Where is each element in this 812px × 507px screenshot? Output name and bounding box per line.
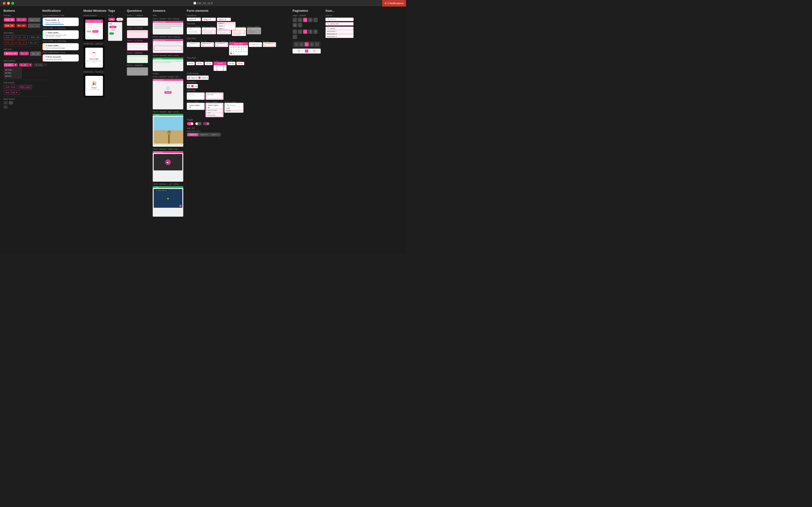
time-picker-hour-selected[interactable]: 12 — [214, 65, 220, 67]
page2-2[interactable]: 2 — [303, 30, 307, 34]
time-error-input[interactable]: 00:00 — [236, 62, 244, 65]
page2-next[interactable]: › — [293, 35, 297, 39]
cal-d-16[interactable]: 16 — [233, 53, 235, 54]
pt-3[interactable]: 3 — [310, 42, 314, 47]
search-result-1[interactable]: Apple — [225, 107, 243, 109]
time-picker-min-1[interactable]: 45 — [220, 67, 226, 69]
button-secondary-dark-dis[interactable]: Bu...ed — [28, 41, 39, 45]
button-primary-dark-disabled[interactable]: Butt...led — [28, 24, 41, 29]
image-upload-area[interactable]: 🖼 Upload — [154, 82, 182, 98]
time-filled-input[interactable]: 12:30 — [227, 62, 236, 65]
add-answer-default[interactable]: Butt...fault — [4, 85, 17, 89]
button-icon-disabled[interactable]: Bu...ed — [30, 52, 41, 56]
page2-1[interactable]: 1 — [298, 30, 302, 34]
add-answer-hover[interactable]: Butt...over — [18, 85, 32, 89]
ptl-1[interactable]: 1 — [301, 50, 305, 53]
video-play-overlay[interactable]: ▶ — [179, 205, 182, 207]
split-arrow-3[interactable]: ▼ — [44, 63, 48, 67]
tf-focus-input[interactable]: Text input — [218, 30, 230, 33]
date-hover-input[interactable]: DD/MM/YY ▾ — [202, 43, 213, 46]
ptl-2-active[interactable]: 2 — [305, 50, 308, 53]
cal-d-3[interactable]: 3 — [235, 48, 237, 50]
search-results-trigger[interactable]: 🔍 Query — [325, 26, 354, 30]
toggle-on[interactable] — [187, 122, 194, 125]
checkbox-checked[interactable] — [191, 85, 194, 87]
ptl-prev[interactable]: ‹ — [297, 50, 300, 53]
ptl-3[interactable]: 3 — [309, 50, 312, 53]
cal-d-10[interactable]: 10 — [235, 50, 237, 52]
video-player-area[interactable]: ▶ — [154, 154, 182, 170]
tag-small-1[interactable]: Tag A — [109, 26, 116, 28]
pt-next[interactable]: › — [315, 42, 319, 47]
page-3[interactable]: 3 — [308, 18, 312, 22]
select-search-input[interactable]: 🔍 Search... — [225, 104, 243, 107]
time-default-input[interactable]: 00:00 — [187, 62, 195, 65]
back-btn-icon[interactable]: ‹ — [4, 105, 8, 109]
search-input-active[interactable]: 🔍 Query text — [325, 22, 354, 25]
select-opt-2[interactable]: Pear — [207, 111, 222, 114]
ptl-next[interactable]: › — [313, 50, 316, 53]
date-focus-input[interactable]: DD/MM/YY ▾ — [216, 43, 227, 46]
time-focus-input[interactable]: 12:30 — [205, 62, 213, 65]
dropdown-item-3[interactable]: ▶ Audio — [6, 75, 20, 77]
cal-d-6[interactable]: 6 — [243, 48, 245, 50]
cal-d-8[interactable]: 8 — [230, 50, 232, 52]
split-arrow-2[interactable]: ▼ — [28, 63, 33, 67]
cal-d-14[interactable]: 14 — [245, 50, 247, 52]
dropdown-option-2[interactable]: Option 2 — [217, 25, 236, 27]
dropdown-item-1[interactable]: ▶ Image — [6, 68, 20, 72]
modal-confirm-btn[interactable]: Replace — [92, 30, 98, 33]
button-secondary-dark2[interactable]: Bu...er — [17, 41, 27, 45]
pt-1[interactable]: 1 — [299, 42, 304, 47]
modal-cancel-btn[interactable]: Cancel — [86, 30, 92, 33]
toggle-off[interactable] — [195, 122, 202, 125]
page2-3[interactable]: 3 — [308, 30, 312, 34]
page-10[interactable]: 10 — [293, 23, 297, 27]
search-input-default[interactable]: 🔍 Search... — [325, 17, 354, 21]
cal-d-9[interactable]: 9 — [233, 50, 235, 52]
cal-d-13[interactable]: 13 — [243, 50, 245, 52]
pt-2[interactable]: 2 — [305, 42, 309, 47]
cal-d-2[interactable]: 2 — [233, 48, 235, 50]
split-main-3[interactable]: B...sed — [34, 63, 44, 67]
select-open-trigger[interactable]: Select option ▲ — [206, 104, 223, 109]
select-default-input[interactable]: Select option ▼ — [188, 104, 204, 109]
split-main-1[interactable]: B...ault — [4, 63, 13, 67]
cal-d-5[interactable]: 5 — [240, 48, 242, 50]
checkbox-unchecked[interactable] — [188, 85, 190, 87]
button-primary-disabled[interactable]: Butt...led — [28, 18, 41, 22]
page2-4[interactable]: 4 — [313, 30, 318, 34]
date-filled-input[interactable]: 15/03/23 ▾ — [250, 43, 261, 46]
cal-d-15-today[interactable]: 15 — [230, 53, 232, 54]
time-picker-hour-1[interactable]: 13 — [214, 67, 220, 69]
button-secondary-hover[interactable]: Bu...ver — [17, 35, 28, 40]
button-secondary-default[interactable]: Butt...ult — [4, 35, 15, 40]
time-picker-min-selected[interactable]: 30 — [220, 65, 226, 67]
tf-default-input[interactable]: Placeholder — [188, 30, 200, 33]
dropdown-item-2[interactable]: ▶ Video — [6, 72, 20, 75]
button-icon-default[interactable]: ⭐ Butt...ult — [4, 52, 18, 55]
page-2[interactable]: 2 — [303, 18, 307, 22]
dropdown-open-trigger[interactable]: Select ▲ — [217, 17, 231, 21]
seg-item-2[interactable]: Option B — [198, 133, 209, 136]
select-opt-1[interactable]: Banana orange — [207, 109, 222, 111]
time-picker-hour-2[interactable]: 14 — [214, 69, 220, 71]
radio-unselected[interactable] — [188, 76, 190, 79]
minimize-button[interactable] — [7, 2, 10, 5]
split-arrow-1[interactable]: ▼ — [13, 63, 18, 67]
tag-light-1[interactable]: Tag — [116, 18, 123, 21]
button-primary-default[interactable]: Butt...ult — [4, 18, 15, 21]
button-secondary-dark1[interactable]: Butt...ult — [4, 41, 15, 45]
button-primary-hover[interactable]: Bu...ver — [16, 18, 27, 21]
date-error-input[interactable]: DD/MM/YY ▾ — [264, 43, 275, 46]
search-result-2[interactable]: Mango — [225, 109, 243, 112]
close-button[interactable] — [3, 2, 6, 5]
select-opt-3[interactable]: Mango apple — [207, 114, 222, 116]
dropdown-default[interactable]: Select ▼ — [187, 17, 201, 21]
search-result-item-3[interactable]: Result item 3 — [326, 35, 353, 38]
date-default-input[interactable]: DD/MM/YY ▾ — [188, 43, 199, 46]
dropdown-hover[interactable]: Select ▼ — [202, 17, 216, 21]
onfocus-input[interactable] — [154, 46, 182, 50]
time-hover-input[interactable]: 00:00 — [196, 62, 204, 65]
pt-prev[interactable]: ‹ — [294, 42, 298, 47]
